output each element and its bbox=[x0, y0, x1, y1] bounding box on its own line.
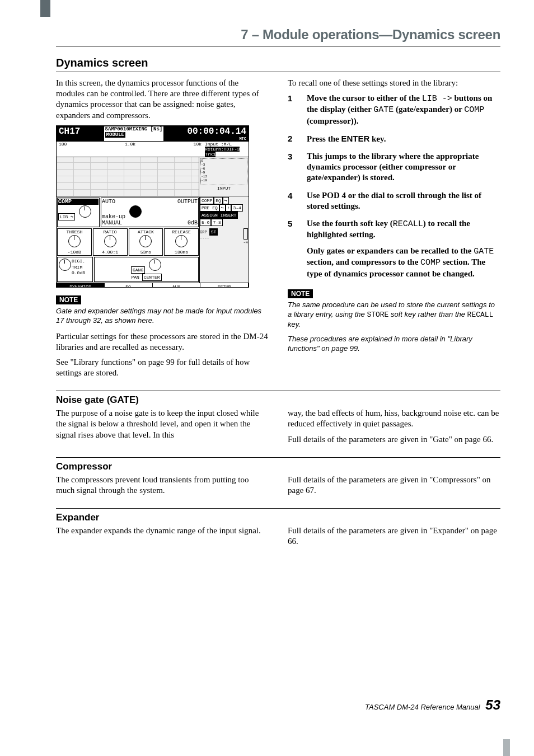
fader-icon bbox=[243, 228, 248, 240]
scr-params-row: THRESH -10dB RATIO 4.00:1 ATTACK bbox=[57, 228, 199, 256]
scr-titlebar: CH17 SAMP0010MIXING [Ns] MODULE 00:00:04… bbox=[57, 126, 249, 142]
note-tag-2: NOTE bbox=[288, 289, 313, 298]
scr-attack: ATTACK 53ms bbox=[129, 228, 163, 256]
knob-icon bbox=[68, 235, 81, 247]
t: section, and compressors to the bbox=[307, 257, 420, 266]
note1-text: Gate and expander settings may not be ma… bbox=[56, 307, 269, 326]
t-mono: LIB -> bbox=[422, 94, 452, 104]
scr-comp-area: COMP LIB ↪ AUTO OUTPUT make-up bbox=[57, 197, 249, 283]
dynamics-right-col: To recall one of these settings stored i… bbox=[288, 73, 500, 383]
scr-makeup: make-up bbox=[102, 214, 125, 220]
scr-gang-pan: GANG PAN CENTER bbox=[94, 257, 199, 282]
t: soft key rather than the bbox=[388, 310, 467, 318]
scr-comp-block: COMP LIB ↪ bbox=[57, 198, 100, 227]
scr-thresh-val: -10dB bbox=[58, 250, 91, 255]
scr-rb: 5-6 bbox=[200, 219, 211, 226]
scr-time-group: 00:00:04.14 MTC bbox=[187, 126, 246, 141]
footer-text: TASCAM DM-24 Reference Manual bbox=[365, 703, 480, 711]
compressor-left-p: The compressors prevent loud transients … bbox=[56, 475, 269, 496]
scr-makeup-knob bbox=[129, 205, 142, 218]
step-2: 2 Press the ENTER key. bbox=[288, 133, 500, 144]
scr-attack-val: 53ms bbox=[130, 250, 162, 255]
step-1-body: Move the cursor to either of the LIB -> … bbox=[307, 93, 500, 126]
scr-lib-knob bbox=[79, 205, 91, 218]
step-number: 2 bbox=[288, 133, 298, 144]
scr-time: 00:00:04.14 bbox=[187, 126, 246, 137]
scr-release-val: 180ms bbox=[165, 250, 198, 255]
step-3: 3 This jumps to the library where the ap… bbox=[288, 151, 500, 184]
divider bbox=[56, 391, 500, 391]
scr-rb: 7-8 bbox=[211, 219, 222, 226]
t-mono: COMP bbox=[464, 105, 484, 115]
compressor-left: The compressors prevent loud transients … bbox=[56, 473, 269, 500]
t-key: ENTER bbox=[341, 134, 369, 143]
scr-rb: 3-4 bbox=[231, 204, 242, 212]
knob-icon bbox=[139, 235, 152, 247]
divider bbox=[56, 457, 500, 458]
expander-right-p: Full details of the parameters are given… bbox=[288, 525, 500, 547]
scr-rb: ASSIGN INSERT bbox=[200, 212, 238, 219]
dynamics-screenshot: CH17 SAMP0010MIXING [Ns] MODULE 00:00:04… bbox=[56, 125, 249, 288]
step-4-body: Use POD 4 or the dial to scroll through … bbox=[307, 190, 500, 212]
note2-text: The same procedure can be used to store … bbox=[288, 300, 500, 330]
knob-icon bbox=[175, 235, 188, 247]
noisegate-right: way, the bad effects of hum, hiss, backg… bbox=[288, 407, 500, 449]
scr-digi-label: DIGI. TRIM bbox=[72, 259, 85, 270]
compressor-right-p: Full details of the parameters are given… bbox=[288, 475, 500, 496]
note3-text: These procedures are explained in more d… bbox=[288, 335, 500, 354]
scr-center: CENTER bbox=[142, 274, 162, 281]
t-mono: GATE bbox=[474, 247, 494, 256]
para2: Particular settings for these processors… bbox=[56, 331, 269, 353]
subhead-noisegate: Noise gate (GATE) bbox=[56, 395, 500, 406]
steps-list: 1 Move the cursor to either of the LIB -… bbox=[288, 93, 500, 279]
step-number: 3 bbox=[288, 151, 298, 184]
t: Move the cursor to either of the bbox=[307, 93, 422, 102]
scr-scale2: 1.0k bbox=[125, 142, 135, 157]
scr-input2: Return:TDIF-3 Trk1 bbox=[205, 147, 240, 157]
scr-topmid-text: SAMP0010MIXING [Ns] bbox=[105, 126, 163, 132]
subhead-expander: Expander bbox=[56, 512, 500, 523]
scr-neginf: -∞ bbox=[200, 240, 248, 245]
scr-0db: 0dB bbox=[188, 220, 198, 226]
scr-mtc: MTC bbox=[187, 137, 246, 141]
expander-left-p: The expander expands the dynamic range o… bbox=[56, 525, 269, 536]
compressor-right: Full details of the parameters are given… bbox=[288, 473, 500, 500]
dynamics-left-col: In this screen, the dynamics processor f… bbox=[56, 73, 269, 383]
scr-bottom-row: DIGI. TRIM 0.0dB GANG PAN CENTER bbox=[57, 256, 199, 283]
scr-auto-block: AUTO OUTPUT make-up MANUAL 0dB bbox=[101, 198, 199, 227]
t-mono: RECALL bbox=[467, 311, 494, 319]
t: Press the bbox=[307, 134, 341, 143]
chapter-header: 7 – Module operations—Dynamics screen bbox=[56, 11, 500, 46]
noisegate-left: The purpose of a noise gate is to keep t… bbox=[56, 407, 269, 449]
scr-eqrow: 0-3-6-9-12-18 INPUT bbox=[57, 157, 249, 197]
scr-dashes: ---- bbox=[200, 236, 248, 240]
knob-icon bbox=[59, 259, 71, 271]
intro-paragraph: In this screen, the dynamics processor f… bbox=[56, 78, 269, 121]
scr-scale3: 10k bbox=[194, 142, 202, 157]
compressor-columns: The compressors prevent loud transients … bbox=[56, 473, 500, 500]
scr-release: RELEASE 180ms bbox=[164, 228, 199, 256]
t-mono: RECALL bbox=[393, 219, 423, 229]
scr-rb: ↪ bbox=[223, 197, 229, 204]
scr-tabs: DYNAMICS EQ AUX SETUP bbox=[57, 283, 249, 288]
step-5-body: Use the fourth soft key (RECALL) to reca… bbox=[307, 218, 500, 279]
scr-tab-dynamics: DYNAMICS bbox=[57, 283, 105, 288]
scr-ratio: RATIO 4.00:1 bbox=[93, 228, 128, 256]
noisegate-left-p: The purpose of a noise gate is to keep t… bbox=[56, 408, 269, 440]
footer: TASCAM DM-24 Reference Manual 53 bbox=[56, 697, 500, 713]
step-5: 5 Use the fourth soft key (RECALL) to re… bbox=[288, 218, 500, 279]
scr-release-label: RELEASE bbox=[165, 229, 198, 234]
expander-columns: The expander expands the dynamic range o… bbox=[56, 524, 500, 551]
scr-meters: 0-3-6-9-12-18 INPUT bbox=[199, 157, 249, 196]
scr-lib: LIB ↪ bbox=[58, 213, 75, 220]
scr-ch: CH17 bbox=[59, 126, 80, 141]
step-2-body: Press the ENTER key. bbox=[307, 133, 500, 144]
page-edge-ornament bbox=[503, 739, 510, 756]
expander-left: The expander expands the dynamic range o… bbox=[56, 524, 269, 551]
expander-right: Full details of the parameters are given… bbox=[288, 524, 500, 551]
scr-topmid: SAMP0010MIXING [Ns] MODULE bbox=[104, 126, 164, 141]
scr-pan: PAN bbox=[131, 275, 139, 280]
sidebar-ornament bbox=[40, 0, 50, 17]
scr-ratio-val: 4.00:1 bbox=[94, 250, 127, 255]
step-3-body: This jumps to the library where the appr… bbox=[307, 151, 500, 184]
